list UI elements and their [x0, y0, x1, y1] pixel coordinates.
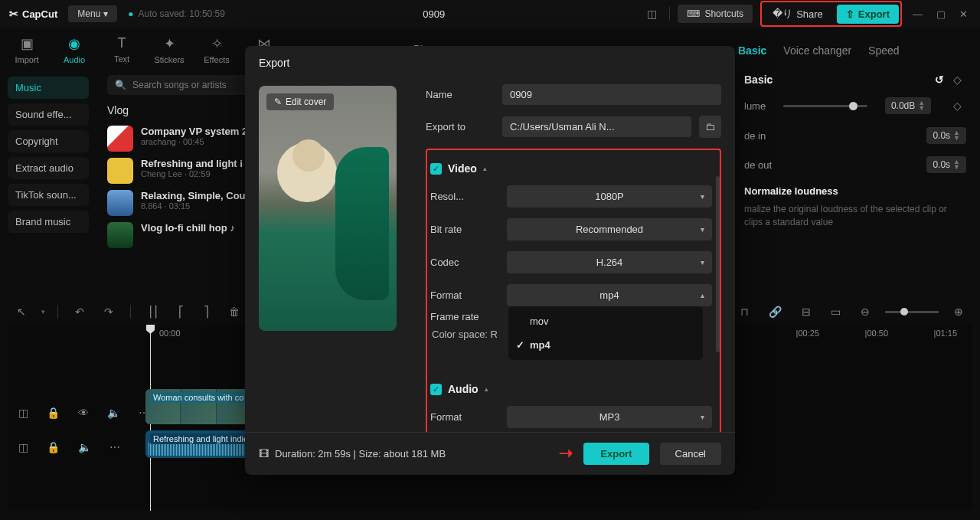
track-thumb	[107, 190, 133, 216]
tab-audio[interactable]: ◉Audio	[54, 32, 95, 64]
project-title: 0909	[236, 8, 632, 20]
codec-label: Codec	[430, 257, 499, 268]
volume-label: lume	[744, 100, 766, 112]
link-icon[interactable]: 🔗	[764, 303, 786, 321]
minimize-icon[interactable]: —	[910, 8, 926, 20]
tab-text[interactable]: TText	[101, 32, 142, 64]
arrow-annotation: ➝	[559, 443, 573, 463]
folder-icon: 🗀	[705, 121, 715, 132]
track-options-icon[interactable]: ◫	[14, 404, 33, 422]
zoom-out-icon[interactable]: ⊖	[856, 303, 874, 321]
rail-sound-effects[interactable]: Sound effe...	[8, 103, 89, 126]
codec-select[interactable]: H.264▾	[507, 251, 712, 273]
tab-effects[interactable]: ✧Effects	[196, 32, 237, 64]
bitrate-select[interactable]: Recommended▾	[507, 218, 712, 240]
export-header-button[interactable]: ⇧Export	[837, 5, 899, 24]
rail-brand-music[interactable]: Brand music	[8, 211, 89, 233]
rail-tiktok-sounds[interactable]: TikTok soun...	[8, 184, 89, 206]
video-checkbox[interactable]: ✓	[430, 163, 442, 175]
mute-icon[interactable]: 🔈	[74, 438, 96, 456]
undo-icon[interactable]: ↶	[70, 303, 89, 321]
align-icon[interactable]: ⊟	[797, 303, 815, 321]
lock-icon[interactable]: 🔒	[42, 404, 64, 422]
layout-icon[interactable]: ◫	[642, 5, 662, 23]
more-icon[interactable]: ⋯	[105, 438, 125, 456]
rail-copyright[interactable]: Copyright	[8, 130, 89, 152]
rail-music[interactable]: Music	[8, 77, 89, 99]
resolution-select[interactable]: 1080P▾	[507, 185, 712, 208]
name-input[interactable]	[502, 84, 721, 105]
collapse-icon[interactable]: ▴	[485, 385, 488, 393]
inspector-tab-voice[interactable]: Voice changer	[783, 44, 851, 57]
highlight-share-export: �りShare ⇧Export	[760, 1, 902, 27]
chevron-down-icon: ▾	[701, 225, 704, 234]
fadein-value[interactable]: 0.0s▲▼	[926, 127, 966, 144]
maximize-icon[interactable]: ▢	[933, 8, 949, 20]
export-dialog: Export ✎Edit cover Name Export to C:/Use…	[245, 46, 735, 475]
tick: 00:00	[159, 329, 181, 338]
chevron-down-icon[interactable]: ▾	[41, 308, 45, 316]
preview-icon[interactable]: ▭	[826, 303, 845, 321]
volume-slider[interactable]	[783, 105, 867, 107]
magnet-icon[interactable]: ⊓	[736, 303, 753, 321]
share-button[interactable]: �りShare	[763, 3, 832, 25]
stickers-icon: ✦	[164, 35, 175, 52]
zoom-slider[interactable]	[885, 311, 939, 313]
eye-icon[interactable]: 👁	[74, 404, 93, 422]
framerate-label: Frame rate	[430, 311, 499, 322]
export-confirm-button[interactable]: Export	[583, 443, 648, 465]
scrollbar[interactable]	[716, 176, 720, 352]
app-logo: ✂CapCut	[9, 8, 57, 20]
link-icon: �り	[773, 7, 792, 21]
resolution-label: Resol...	[430, 191, 499, 202]
inspector-tab-basic[interactable]: Basic	[738, 44, 766, 57]
track-options-icon[interactable]: ◫	[14, 438, 33, 456]
chevron-down-icon: ▾	[103, 8, 108, 19]
inspector-tab-speed[interactable]: Speed	[868, 44, 899, 57]
trim-left-icon[interactable]: ⎡	[174, 303, 188, 321]
tab-import[interactable]: ▣Import	[6, 32, 47, 64]
cancel-button[interactable]: Cancel	[660, 443, 721, 465]
rail-extract-audio[interactable]: Extract audio	[8, 157, 89, 179]
audio-format-select[interactable]: MP3▾	[507, 406, 712, 428]
separator	[669, 7, 670, 21]
video-heading: Video	[448, 162, 477, 175]
fadeout-value[interactable]: 0.0s▲▼	[926, 156, 966, 173]
trim-right-icon[interactable]: ⎤	[199, 303, 214, 321]
keyboard-icon: ⌨	[687, 8, 700, 19]
collapse-icon[interactable]: ▴	[483, 165, 487, 172]
format-option-mov[interactable]: mov	[508, 309, 703, 333]
audio-icon: ◉	[68, 35, 80, 52]
menu-button[interactable]: Menu▾	[68, 5, 117, 22]
chevron-down-icon: ▾	[701, 192, 704, 201]
split-icon[interactable]: ⎮⎮	[143, 303, 163, 321]
format-option-mp4[interactable]: mp4	[508, 333, 703, 357]
lock-icon[interactable]: 🔒	[42, 438, 64, 456]
name-label: Name	[426, 89, 495, 100]
diamond-icon[interactable]: ◇	[949, 70, 966, 89]
fadeout-label: de out	[744, 159, 772, 171]
edit-cover-button[interactable]: ✎Edit cover	[266, 93, 334, 110]
upload-icon: ⇧	[846, 8, 854, 20]
film-icon: 🎞	[259, 448, 269, 459]
keyframe-icon[interactable]: ◇	[949, 96, 966, 115]
export-duration: Duration: 2m 59s | Size: about 181 MB	[275, 448, 446, 459]
pointer-icon[interactable]: ↖	[12, 303, 31, 321]
audio-checkbox[interactable]: ✓	[430, 384, 442, 395]
normalize-desc: malize the original loudness of the sele…	[744, 203, 966, 229]
exportto-path: C:/Users/Usman Ali N...	[502, 116, 691, 137]
redo-icon[interactable]: ↷	[100, 303, 118, 321]
volume-value[interactable]: 0.0dB▲▼	[885, 97, 931, 114]
delete-icon[interactable]: 🗑	[224, 303, 244, 321]
mute-icon[interactable]: 🔈	[103, 404, 125, 422]
format-select[interactable]: mp4▴	[507, 284, 712, 306]
close-icon[interactable]: ✕	[956, 8, 971, 20]
browse-folder-button[interactable]: 🗀	[699, 116, 721, 138]
pencil-icon: ✎	[274, 96, 282, 107]
zoom-in-icon[interactable]: ⊕	[949, 303, 968, 321]
reset-icon[interactable]: ↺	[930, 70, 949, 89]
format-dropdown: mov mp4	[508, 306, 703, 360]
tab-stickers[interactable]: ✦Stickers	[149, 32, 190, 64]
shortcuts-button[interactable]: ⌨Shortcuts	[678, 5, 753, 23]
track-thumb	[107, 158, 133, 184]
